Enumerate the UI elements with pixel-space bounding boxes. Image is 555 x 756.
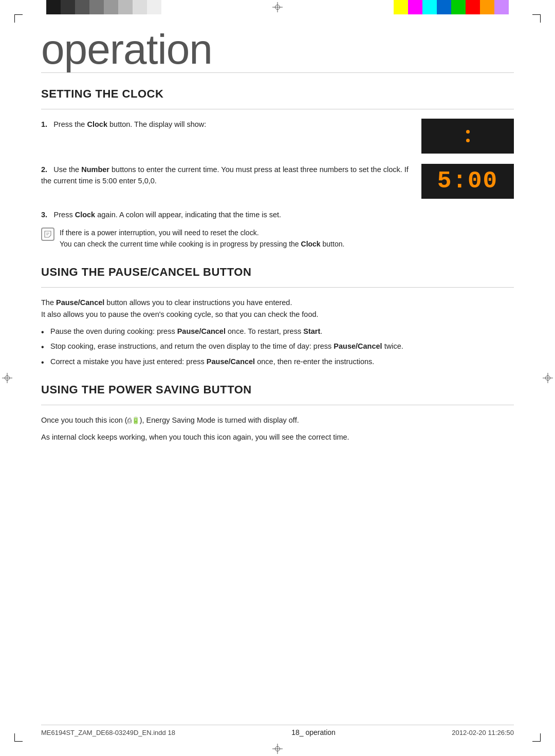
swatch-8 [147,0,161,14]
title-underline [41,72,514,73]
dot-top [466,130,470,134]
display-clock-value: 5:00 [437,168,498,195]
section-heading-pause: USING THE PAUSE/CANCEL BUTTON [41,266,514,279]
corner-mark-bl [14,733,23,742]
display-clock: 5:00 [421,164,514,199]
left-color-bars [46,0,161,14]
bullet-item-1: Pause the oven during cooking: press Pau… [41,326,514,337]
step-1-row: 1. Press the Clock button. The display w… [41,119,514,154]
step-1-number: 1. [41,120,47,128]
footer-right: 2012-02-20 11:26:50 [452,729,514,736]
center-crosshair-top [270,0,285,14]
main-content: operation SETTING THE CLOCK 1. Press the… [41,28,514,715]
step-3-number: 3. [41,211,47,219]
corner-mark-br [532,733,541,742]
note-icon [41,228,54,241]
pause-cancel-bold-2: Pause/Cancel [177,327,226,335]
section-pause-cancel: USING THE PAUSE/CANCEL BUTTON The Pause/… [41,266,514,368]
clock-bold-note: Clock [301,240,321,248]
swatch-orange [480,0,494,14]
power-body-1: Once you touch this icon (⎙🔋), Energy Sa… [41,414,514,426]
step-3-text: Press Clock again. A colon will appear, … [50,211,282,219]
pause-cancel-bold-1: Pause/Cancel [56,298,104,307]
power-saving-icon: ⎙🔋 [127,417,140,424]
section-divider-power [41,405,514,405]
note-row: If there is a power interruption, you wi… [41,228,514,250]
clock-bold-1: Clock [87,120,107,128]
pause-cancel-bold-3: Pause/Cancel [334,342,382,350]
swatch-blue [437,0,451,14]
swatch-magenta [408,0,422,14]
swatch-yellow [394,0,408,14]
right-crosshair [541,371,555,385]
clock-bold-3: Clock [75,211,96,219]
corner-mark-tl [14,14,23,23]
bullet-item-3: Correct a mistake you have just entered:… [41,356,514,368]
section-divider-clock [41,109,514,109]
swatch-3 [75,0,89,14]
swatch-red [466,0,480,14]
step-1-text: 1. Press the Clock button. The display w… [41,119,411,130]
start-bold-1: Start [303,327,320,335]
step-2-number: 2. [41,165,47,174]
page: operation SETTING THE CLOCK 1. Press the… [0,0,555,756]
section-power-saving: USING THE POWER SAVING BUTTON Once you t… [41,383,514,443]
bottom-crosshair [270,742,285,756]
pause-intro: The Pause/Cancel button allows you to cl… [41,297,514,320]
step-2-row: 2. Use the Number buttons to enter the c… [41,164,514,199]
page-title: operation [41,28,514,70]
power-body-2: As internal clock keeps working, when yo… [41,431,514,443]
section-heading-clock: SETTING THE CLOCK [41,87,514,101]
swatch-5 [104,0,118,14]
display-blank [421,119,514,154]
dot-bottom [466,139,470,142]
section-setting-clock: SETTING THE CLOCK 1. Press the Clock but… [41,87,514,250]
pause-bullet-list: Pause the oven during cooking: press Pau… [41,326,514,368]
right-color-bars [394,0,509,14]
corner-mark-tr [532,14,541,23]
note-text: If there is a power interruption, you wi… [60,228,514,250]
footer-left: ME6194ST_ZAM_DE68-03249D_EN.indd 18 [41,729,175,736]
section-heading-power: USING THE POWER SAVING BUTTON [41,383,514,396]
section-divider-pause [41,287,514,288]
step-3-row: 3. Press Clock again. A colon will appea… [41,209,514,220]
swatch-7 [133,0,147,14]
step-2-text: 2. Use the Number buttons to enter the c… [41,164,411,187]
bullet-item-2: Stop cooking, erase instructions, and re… [41,341,514,352]
swatch-cyan [422,0,437,14]
swatch-1 [46,0,61,14]
display-dots [466,130,470,142]
pause-cancel-bold-4: Pause/Cancel [207,357,255,366]
swatch-2 [61,0,75,14]
page-number: 18_ operation [291,728,336,736]
swatch-4 [89,0,104,14]
swatch-lavender [494,0,509,14]
top-bar [0,0,555,14]
footer-bar: ME6194ST_ZAM_DE68-03249D_EN.indd 18 18_ … [41,725,514,736]
swatch-6 [118,0,133,14]
left-crosshair [0,371,14,385]
number-bold: Number [81,165,109,174]
swatch-green [451,0,466,14]
